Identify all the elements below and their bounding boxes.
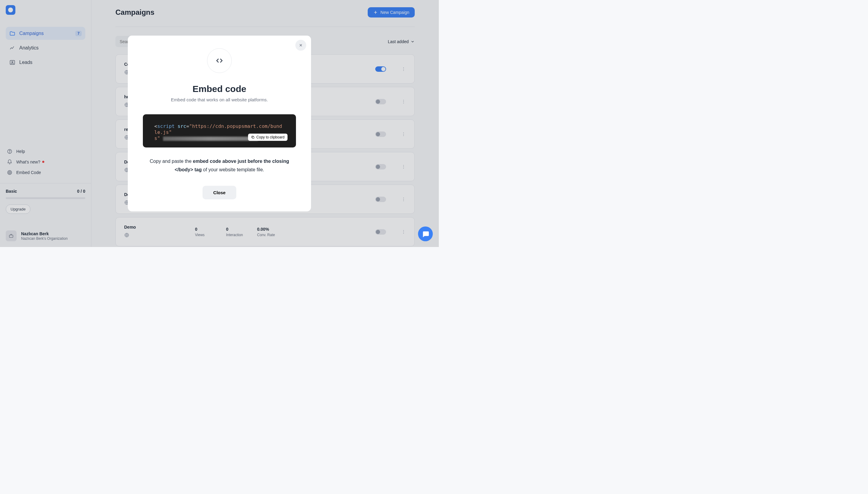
chat-icon [422,230,430,238]
chat-fab[interactable] [418,227,433,241]
modal-overlay[interactable]: Embed code Embed code that works on all … [0,0,439,247]
code-icon [216,57,223,64]
modal-subtitle: Embed code that works on all website pla… [143,97,296,102]
close-button[interactable]: Close [202,186,237,200]
svg-rect-32 [252,137,254,138]
blurred-code [163,137,258,141]
modal-title: Embed code [143,84,296,94]
code-box: <script src="https://cdn.popupsmart.com/… [143,114,296,148]
copy-icon [251,135,255,139]
modal-icon [207,48,232,73]
close-icon-button[interactable] [295,40,306,51]
modal-instruction: Copy and paste the embed code above just… [143,157,296,173]
copy-clipboard-button[interactable]: Copy to clipboard [248,134,288,141]
button-label: Copy to clipboard [256,135,284,139]
embed-code-modal: Embed code Embed code that works on all … [128,36,311,211]
close-icon [299,43,303,48]
